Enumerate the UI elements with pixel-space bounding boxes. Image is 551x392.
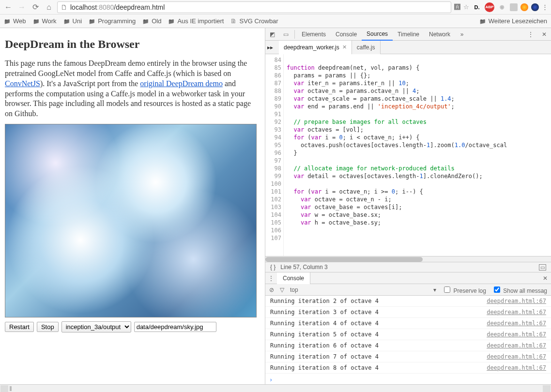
bookmark-item[interactable]: Old	[142, 17, 161, 25]
sidebar-toggle-icon[interactable]: ▭	[539, 264, 546, 271]
close-icon[interactable]: ✕	[342, 44, 347, 50]
console-message: Running iteration 5 of octave 4	[270, 331, 379, 338]
restart-button[interactable]: Restart	[5, 322, 34, 332]
page-icon	[230, 17, 237, 25]
extension-icon-3[interactable]: ◉	[497, 2, 507, 12]
bookmark-label: Old	[152, 17, 161, 25]
console-source-link[interactable]: deepdream.html:67	[487, 309, 546, 316]
link-original-demo[interactable]: original DeepDream demo	[140, 79, 223, 88]
bookmark-item[interactable]: SVG Crowbar	[230, 17, 278, 25]
extension-icon-6[interactable]	[531, 3, 539, 11]
url-path: /deepdream.html	[114, 3, 165, 11]
console-drawer-tab[interactable]: Console	[277, 272, 310, 284]
webpage-content: DeepDream in the Browser This page runs …	[0, 28, 265, 384]
address-bar[interactable]: 🗋 localhost:8080/deepdream.html	[57, 1, 451, 13]
console-row: Running iteration 4 of octave 4deepdream…	[265, 318, 551, 329]
clear-console-icon[interactable]: ⊘	[269, 286, 274, 293]
home-button[interactable]: ⌂	[44, 2, 54, 13]
console-prompt[interactable]: ›	[265, 376, 551, 384]
folder-icon	[89, 17, 95, 25]
extension-abp-icon[interactable]: ABP	[485, 2, 494, 12]
context-select[interactable]: top	[290, 286, 298, 293]
bookmark-label: Uni	[73, 17, 82, 25]
layer-select[interactable]: inception_3a/output	[61, 321, 131, 332]
context-dropdown-icon[interactable]: ▾	[433, 286, 436, 293]
device-icon[interactable]: ▭	[279, 28, 292, 41]
horizontal-scrollbar[interactable]	[265, 256, 551, 262]
image-path-input[interactable]	[134, 322, 216, 332]
overflow-icon[interactable]: »	[455, 28, 469, 41]
menu-icon[interactable]: ⋮	[542, 3, 548, 11]
bookmark-label: Programming	[98, 17, 136, 25]
folder-icon	[33, 17, 40, 25]
console-source-link[interactable]: deepdream.html:67	[487, 298, 546, 304]
console-message: Running iteration 3 of octave 4	[270, 309, 379, 316]
tab-console[interactable]: Console	[331, 28, 362, 41]
console-message: Running iteration 7 of octave 4	[270, 353, 379, 360]
extension-d-icon[interactable]: D.	[472, 2, 482, 12]
devtools-close-icon[interactable]: ✕	[537, 28, 551, 41]
console-row: Running iteration 8 of octave 4deepdream…	[265, 362, 551, 374]
console-source-link[interactable]: deepdream.html:67	[487, 364, 546, 371]
url-host: localhost	[70, 3, 97, 11]
navigator-toggle-icon[interactable]: ▸▸	[267, 44, 279, 51]
devtools-menu-icon[interactable]: ⋮	[524, 28, 537, 41]
bookmark-item[interactable]: Work	[33, 17, 57, 25]
bookmarks-bar: Web Work Uni Programming Old Aus IE impo…	[0, 15, 551, 28]
bookmark-label: Aus IE importiert	[177, 17, 224, 25]
bookmark-more[interactable]: Weitere Lesezeichen	[479, 17, 547, 25]
console-source-link[interactable]: deepdream.html:67	[487, 320, 546, 327]
console-row: Running iteration 2 of octave 4deepdream…	[265, 296, 551, 307]
console-row: Running iteration 6 of octave 4deepdream…	[265, 340, 551, 351]
bookmark-label: Work	[42, 17, 57, 25]
filter-icon[interactable]: ▽	[280, 286, 284, 293]
bookmark-star-icon[interactable]: ☆	[463, 3, 469, 11]
console-row: Running iteration 3 of octave 4deepdream…	[265, 307, 551, 318]
tab-timeline[interactable]: Timeline	[393, 28, 424, 41]
extension-icon-4[interactable]	[510, 3, 518, 11]
url-port: :8080	[97, 3, 114, 11]
back-button[interactable]: ←	[3, 2, 14, 13]
folder-icon	[479, 17, 486, 25]
tab-elements[interactable]: Elements	[297, 28, 331, 41]
browser-toolbar: ← → ⟳ ⌂ 🗋 localhost:8080/deepdream.html …	[0, 0, 551, 15]
tab-network[interactable]: Network	[424, 28, 455, 41]
tab-sources[interactable]: Sources	[362, 28, 393, 41]
reload-button[interactable]: ⟳	[30, 2, 41, 13]
format-icon[interactable]: { }	[270, 264, 276, 271]
page-horizontal-scrollbar[interactable]	[0, 384, 551, 392]
file-tab[interactable]: caffe.js	[352, 41, 381, 54]
console-close-icon[interactable]: ✕	[539, 275, 551, 282]
page-title: DeepDream in the Browser	[5, 37, 260, 52]
show-all-checkbox[interactable]: Show all messag	[492, 285, 547, 294]
file-tab-active[interactable]: deepdream_worker.js ✕	[279, 41, 352, 54]
controls-row: Restart Stop inception_3a/output	[5, 321, 260, 332]
bookmark-label: SVG Crowbar	[239, 17, 278, 25]
folder-icon	[4, 17, 11, 25]
translate-icon[interactable]: 🅰	[454, 3, 460, 11]
console-source-link[interactable]: deepdream.html:67	[487, 331, 546, 338]
bookmark-item[interactable]: Uni	[63, 17, 82, 25]
console-source-link[interactable]: deepdream.html:67	[487, 342, 546, 349]
stop-button[interactable]: Stop	[37, 322, 59, 332]
console-menu-icon[interactable]: ⋮	[265, 275, 277, 282]
extension-icon-5[interactable]	[520, 3, 528, 11]
editor-status-bar: { } Line 57, Column 3 ▭	[265, 262, 551, 272]
source-code[interactable]: function deepdream(net, vol, params) { p…	[284, 54, 551, 256]
link-convnetjs[interactable]: ConvNetJS	[5, 79, 40, 88]
page-paragraph: This page runs the famous DeepDream demo…	[5, 59, 260, 119]
console-output[interactable]: Running iteration 2 of octave 4deepdream…	[265, 296, 551, 376]
devtools-tabbar: ◩ ▭ Elements Console Sources Timeline Ne…	[265, 28, 551, 41]
bookmark-item[interactable]: Aus IE importiert	[168, 17, 224, 25]
console-source-link[interactable]: deepdream.html:67	[487, 353, 546, 360]
line-number-gutter: 84 85 86 87 88 89 90 91 92 93 94 95 96 9…	[265, 54, 284, 256]
bookmark-item[interactable]: Programming	[89, 17, 136, 25]
console-row: Running iteration 7 of octave 4deepdream…	[265, 351, 551, 362]
source-code-area[interactable]: 84 85 86 87 88 89 90 91 92 93 94 95 96 9…	[265, 54, 551, 256]
console-message: Running iteration 2 of octave 4	[270, 298, 379, 304]
bookmark-label: Web	[13, 17, 26, 25]
preserve-log-checkbox[interactable]: Preserve log	[442, 285, 486, 294]
inspect-icon[interactable]: ◩	[265, 28, 279, 41]
forward-button[interactable]: →	[16, 2, 27, 13]
bookmark-item[interactable]: Web	[4, 17, 26, 25]
